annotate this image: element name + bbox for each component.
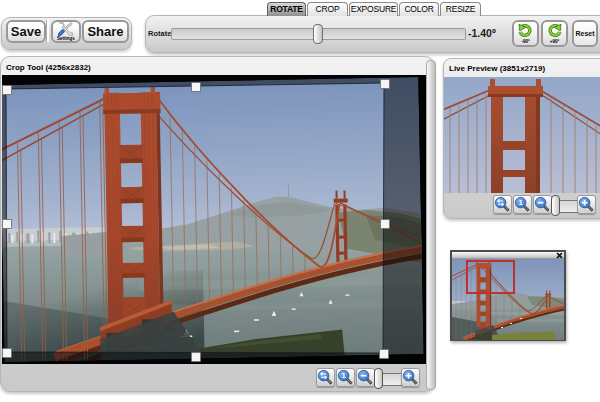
svg-text:1: 1 xyxy=(519,198,523,207)
svg-text:1: 1 xyxy=(342,371,346,380)
